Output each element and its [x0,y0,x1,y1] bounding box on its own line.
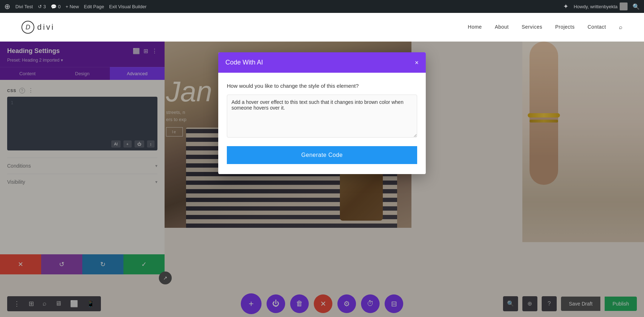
modal-title: Code With AI [225,59,263,66]
logo-text: divi [37,23,55,32]
revisions-link[interactable]: ↺ 3 [38,4,46,9]
new-link[interactable]: + New [65,4,79,9]
howdy-text: Howdy, writtenbyekta [574,3,628,10]
revisions-icon: ↺ [38,4,42,9]
admin-search-icon[interactable]: 🔍 [633,3,640,10]
exit-builder-link[interactable]: Exit Visual Builder [109,4,147,9]
modal-overlay: Code With AI × How would you like to cha… [0,42,644,317]
nav-contact[interactable]: Contact [587,24,606,30]
admin-bar-left: ⊕ Divi Test ↺ 3 💬 0 + New Edit Page Exit… [4,2,147,11]
nav-projects[interactable]: Projects [555,24,575,30]
site-search-icon[interactable]: ⌕ [619,24,623,30]
modal-body: How would you like to change the style o… [218,73,426,174]
modal-close-button[interactable]: × [415,59,419,66]
admin-bar: ⊕ Divi Test ↺ 3 💬 0 + New Edit Page Exit… [0,0,644,13]
site-nav: Home About Services Projects Contact ⌕ [468,24,623,30]
admin-bar-right: ✦ Howdy, writtenbyekta 🔍 [563,3,640,10]
ai-modal: Code With AI × How would you like to cha… [218,52,426,174]
modal-question: How would you like to change the style o… [227,83,417,89]
avatar [620,3,628,10]
nav-services[interactable]: Services [522,24,542,30]
revisions-count: 3 [43,4,46,9]
site-header: D divi Home About Services Projects Cont… [0,13,644,42]
nav-about[interactable]: About [495,24,509,30]
modal-textarea[interactable] [227,95,417,138]
site-name-link[interactable]: Divi Test [15,4,33,9]
comments-icon: 💬 [51,4,57,9]
comments-count: 0 [58,4,60,9]
ai-icon[interactable]: ✦ [563,3,569,10]
logo-circle: D [21,21,34,34]
edit-page-link[interactable]: Edit Page [84,4,104,9]
nav-home[interactable]: Home [468,24,482,30]
generate-code-button[interactable]: Generate Code [227,146,417,164]
comments-link[interactable]: 💬 0 [51,4,60,9]
main-content: Jan streets, ners to exp le Heading Sett… [0,42,644,317]
site-logo[interactable]: D divi [21,21,55,34]
modal-header: Code With AI × [218,52,426,73]
wordpress-icon[interactable]: ⊕ [4,2,10,11]
